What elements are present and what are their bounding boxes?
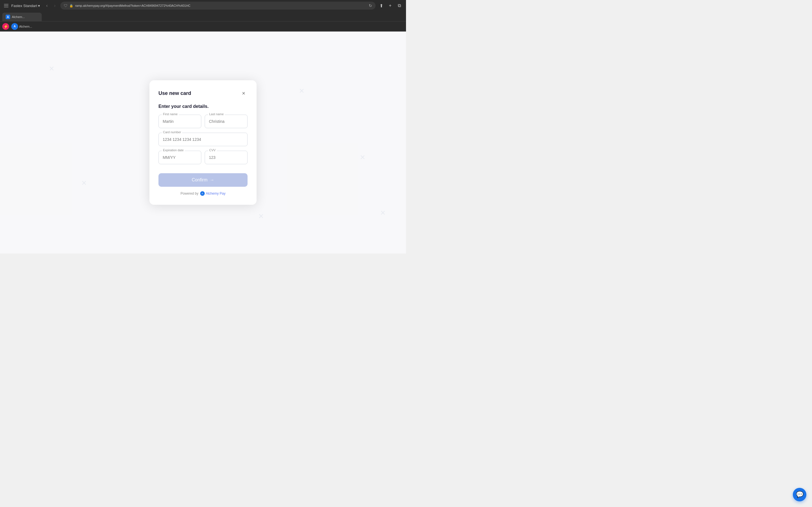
confirm-button[interactable]: Confirm → — [158, 173, 248, 187]
first-name-input[interactable] — [158, 115, 201, 128]
card-number-input[interactable] — [158, 133, 248, 146]
svg-rect-2 — [4, 7, 8, 7]
active-tab[interactable]: A Alchem... — [2, 13, 42, 21]
powered-by-text: Powered by — [181, 191, 198, 195]
forward-button[interactable]: › — [51, 2, 58, 9]
svg-rect-0 — [4, 4, 8, 4]
cvv-input[interactable] — [205, 151, 248, 164]
fastex-favicon: ⚡ — [2, 23, 9, 30]
new-tab-button[interactable]: + — [387, 2, 394, 9]
alchemy-logo-icon: A — [200, 191, 205, 196]
address-bar[interactable]: 🛡 🔒 ramp.alchemypay.org/#/paymentMethod?… — [60, 2, 375, 10]
card-number-label: Card number — [162, 130, 182, 134]
alchemy-logo: A Alchemy Pay — [200, 191, 225, 196]
tab-favicon: A — [6, 15, 10, 19]
last-name-group: Last name — [205, 115, 248, 128]
favicons-bar: ⚡ A Alchem... — [0, 21, 406, 32]
powered-by-section: Powered by A Alchemy Pay — [158, 191, 248, 196]
main-content: ✕ ✕ ✕ ✕ ✕ ✕ Use new card × Enter your ca… — [0, 32, 406, 253]
shield-icon: 🛡 — [64, 3, 68, 8]
close-button[interactable]: × — [240, 89, 248, 97]
favicon-item-alchemy[interactable]: A Alchem... — [11, 23, 32, 30]
expiration-input[interactable] — [158, 151, 201, 164]
alchemy-pay-text: Alchemy Pay — [206, 191, 225, 195]
first-name-group: First name — [158, 115, 201, 128]
share-button[interactable]: ⬆ — [378, 2, 385, 9]
nav-buttons: ‹ › — [43, 2, 58, 9]
name-row: First name Last name — [158, 115, 248, 128]
workspace-title[interactable]: Fastex Standart ▾ — [11, 4, 40, 8]
cvv-label: CVV — [208, 149, 217, 152]
browser-action-buttons: ⬆ + ⧉ — [378, 2, 403, 9]
favicon-item-fastex[interactable]: ⚡ — [2, 23, 9, 30]
expiry-cvv-row: Expiration date CVV — [158, 151, 248, 164]
last-name-label: Last name — [208, 112, 225, 116]
cvv-group: CVV — [205, 151, 248, 164]
alchemy-favicon: A — [11, 23, 18, 30]
use-new-card-modal: Use new card × Enter your card details. … — [149, 80, 257, 205]
alchemy-tab-label: Alchem... — [19, 25, 32, 28]
confirm-arrow-icon: → — [210, 177, 214, 182]
modal-overlay: Use new card × Enter your card details. … — [0, 32, 406, 253]
tab-title: Alchem... — [12, 15, 25, 18]
back-button[interactable]: ‹ — [43, 2, 50, 9]
card-number-group: Card number — [158, 133, 248, 146]
form-subtitle: Enter your card details. — [158, 104, 248, 109]
svg-rect-1 — [4, 5, 8, 6]
reload-button[interactable]: ↻ — [369, 3, 372, 8]
browser-chrome: Fastex Standart ▾ ‹ › 🛡 🔒 ramp.alchemypa… — [0, 0, 406, 11]
expiration-label: Expiration date — [162, 149, 185, 152]
modal-header: Use new card × — [158, 89, 248, 97]
sidebar-toggle-button[interactable] — [3, 3, 9, 8]
tabs-overview-button[interactable]: ⧉ — [396, 2, 403, 9]
last-name-input[interactable] — [205, 115, 248, 128]
lock-icon: 🔒 — [69, 4, 73, 8]
url-text: ramp.alchemypay.org/#/paymentMethod?toke… — [75, 4, 367, 7]
tab-bar: A Alchem... — [0, 11, 406, 21]
expiration-group: Expiration date — [158, 151, 201, 164]
first-name-label: First name — [162, 112, 179, 116]
modal-title: Use new card — [158, 91, 191, 96]
confirm-button-label: Confirm — [192, 177, 207, 182]
